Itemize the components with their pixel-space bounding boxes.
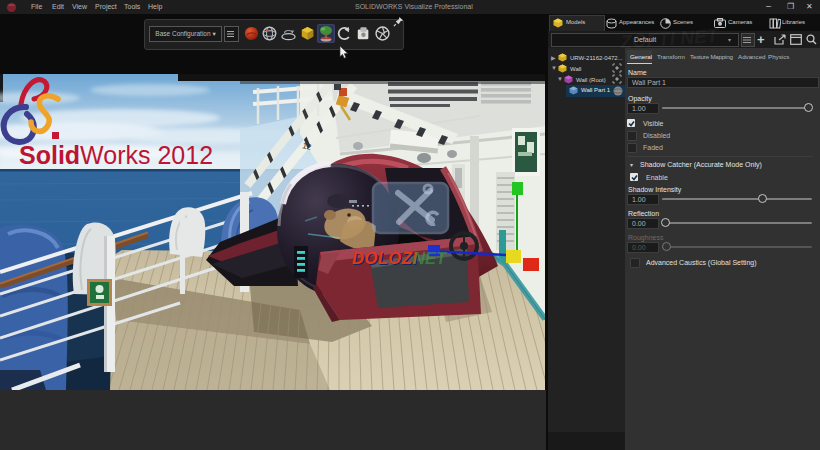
svg-text:SolidWorks 2012: SolidWorks 2012 (19, 141, 213, 169)
svg-text:DOLOZI: DOLOZI (352, 249, 417, 267)
svg-text:NET: NET (413, 249, 448, 267)
